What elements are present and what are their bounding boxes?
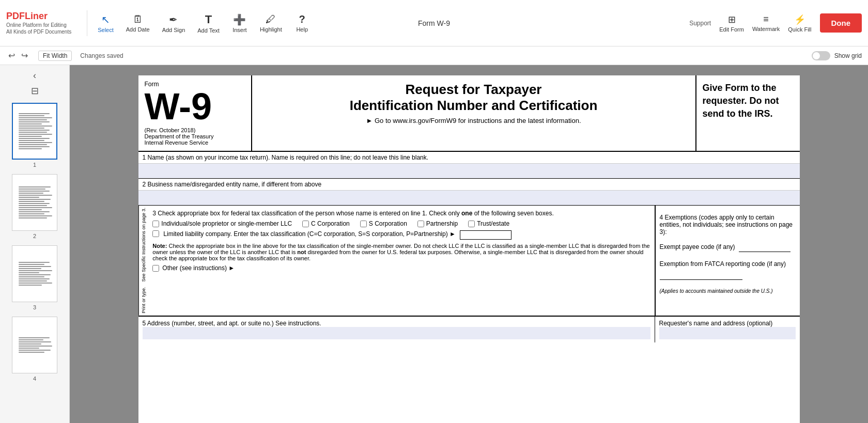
cb-s-corp-input[interactable] — [360, 221, 367, 227]
calendar-icon: 🗓 — [133, 13, 143, 25]
toggle-knob — [813, 52, 820, 59]
cb-other-input[interactable] — [152, 265, 159, 272]
toolbar: PDFLiner Online Platform for EditingAll … — [0, 0, 868, 46]
address-input[interactable] — [143, 327, 650, 339]
other-row: Other (see instructions) ► — [152, 264, 650, 272]
done-button[interactable]: Done — [820, 13, 862, 33]
show-grid-toggle[interactable] — [812, 51, 830, 60]
cb-individual-input[interactable] — [152, 221, 159, 227]
thumb-lines-3 — [17, 260, 53, 288]
requester-input[interactable] — [659, 327, 796, 339]
form-line1: 1 Name (as shown on your income tax retu… — [138, 152, 800, 179]
exempt-payee-row: Exempt payee code (if any) — [660, 242, 796, 252]
logo-subtitle: Online Platform for EditingAll Kinds of … — [6, 22, 71, 35]
thumb-num-1: 1 — [33, 162, 36, 168]
form-w9: W-9 — [145, 88, 245, 125]
fatca-row: Exemption from FATCA reporting code (if … — [660, 260, 796, 280]
text-icon: T — [205, 13, 212, 26]
exemptions-label: 4 Exemptions (codes apply only to certai… — [660, 214, 796, 236]
thumb-img-3 — [12, 245, 57, 302]
thumb-lines-2 — [17, 184, 53, 221]
thumbnail-3[interactable]: 3 — [11, 245, 58, 310]
form-line2-input[interactable] — [138, 191, 800, 205]
form-header-left: Form W-9 (Rev. October 2018) Department … — [138, 75, 252, 151]
other-text: Other (see instructions) ► — [162, 264, 235, 272]
thumb-num-4: 4 — [33, 375, 36, 382]
cb-trust-input[interactable] — [468, 221, 475, 227]
content-area: Form W-9 (Rev. October 2018) Department … — [70, 65, 868, 423]
edit-form-button[interactable]: ⊞ Edit Form — [719, 14, 744, 33]
form-line1-input[interactable] — [138, 164, 800, 178]
left-panel: ‹ ⊟ 1 — [0, 65, 70, 423]
highlight-button[interactable]: 🖊 Highlight — [255, 10, 287, 36]
redo-button[interactable]: ↪ — [19, 50, 30, 61]
toolbar-separator — [87, 10, 87, 36]
cb-c-corp: C Corporation — [302, 220, 350, 227]
undo-redo-group: ↩ ↪ — [6, 50, 30, 61]
cb-llc-input[interactable] — [152, 230, 159, 237]
fatca-input[interactable] — [660, 270, 742, 280]
show-grid-area: Show grid — [812, 51, 862, 60]
quick-fill-button[interactable]: ⚡ Quick Fill — [788, 14, 811, 33]
exempt-payee-label: Exempt payee code (if any) — [660, 243, 735, 250]
cb-individual: Individual/sole proprietor or single-mem… — [152, 220, 292, 227]
add-sign-button[interactable]: ✒ Add Sign — [157, 10, 191, 36]
document-title: Form W-9 — [418, 19, 450, 27]
thumbnail-4[interactable]: 4 — [11, 317, 58, 382]
watermark-icon: ≡ — [763, 14, 769, 25]
form-line2-label: 2 Business name/disregarded entity name,… — [138, 179, 800, 191]
quick-fill-icon: ⚡ — [794, 14, 805, 25]
watermark-button[interactable]: ≡ Watermark — [752, 14, 780, 32]
form-title-sub: Identification Number and Certification — [262, 98, 685, 114]
cb-partnership-input[interactable] — [417, 221, 424, 227]
help-icon: ? — [299, 13, 305, 25]
llc-row: Limited liability company. Enter the tax… — [152, 230, 650, 240]
insert-icon: ➕ — [233, 13, 246, 26]
cb-individual-label: Individual/sole proprietor or single-mem… — [161, 220, 292, 227]
cb-partnership-label: Partnership — [426, 220, 458, 227]
thumb-lines-4 — [17, 335, 53, 355]
note-text: Note: Check the appropriate box in the l… — [152, 243, 650, 261]
section3-title: 3 Check appropriate box for federal tax … — [152, 210, 650, 217]
thumb-img-1 — [12, 103, 57, 160]
form-dept2: Internal Revenue Service — [145, 139, 245, 146]
thumbnail-2[interactable]: 2 — [11, 174, 58, 239]
cb-s-corp: S Corporation — [360, 220, 407, 227]
form-header-right: Give Form to the requester. Do not send … — [696, 75, 800, 151]
form-dept1: Department of the Treasury — [145, 133, 245, 139]
form-address-row: 5 Address (number, street, and apt. or s… — [138, 316, 800, 342]
form-col3-wrapper: Print or type. See Specific Instructions… — [138, 206, 655, 316]
form-address-left: 5 Address (number, street, and apt. or s… — [138, 317, 655, 342]
checkboxes-row: Individual/sole proprietor or single-mem… — [152, 220, 650, 227]
form-title-main: Request for Taxpayer — [262, 82, 685, 98]
logo: PDFLiner Online Platform for EditingAll … — [6, 11, 71, 35]
add-text-button[interactable]: T Add Text — [192, 10, 225, 37]
address-label: 5 Address (number, street, and apt. or s… — [143, 320, 650, 327]
support-label: Support — [689, 20, 711, 27]
nav-back-button[interactable]: ‹ — [33, 70, 36, 81]
fit-width-button[interactable]: Fit Width — [38, 51, 72, 61]
thumbnail-view-button[interactable]: ⊟ — [31, 85, 39, 97]
sign-icon: ✒ — [169, 13, 178, 26]
exempt-payee-input[interactable] — [739, 242, 791, 252]
llc-classification-input[interactable] — [460, 230, 512, 240]
highlight-icon: 🖊 — [266, 13, 276, 25]
fatca-note: (Applies to accounts maintained outside … — [660, 288, 796, 294]
cb-c-corp-input[interactable] — [302, 221, 309, 227]
form-col-3: 3 Check appropriate box for federal tax … — [148, 206, 655, 316]
select-button[interactable]: ↖ Select — [92, 10, 119, 36]
form-header-center: Request for Taxpayer Identification Numb… — [252, 75, 696, 151]
undo-button[interactable]: ↩ — [6, 50, 17, 61]
fatca-label: Exemption from FATCA reporting code (if … — [660, 260, 796, 268]
add-date-button[interactable]: 🗓 Add Date — [121, 10, 155, 36]
thumbnail-list: 1 2 — [8, 103, 61, 382]
thumbnail-1[interactable]: 1 — [11, 103, 58, 168]
edit-form-icon: ⊞ — [728, 14, 736, 25]
cb-s-corp-label: S Corporation — [369, 220, 407, 227]
help-button[interactable]: ? Help — [289, 10, 315, 36]
cb-c-corp-label: C Corporation — [311, 220, 350, 227]
cb-partnership: Partnership — [417, 220, 458, 227]
pdf-form: Form W-9 (Rev. October 2018) Department … — [138, 75, 800, 423]
insert-button[interactable]: ➕ Insert — [227, 10, 253, 36]
form-col-4: 4 Exemptions (codes apply only to certai… — [655, 206, 800, 316]
